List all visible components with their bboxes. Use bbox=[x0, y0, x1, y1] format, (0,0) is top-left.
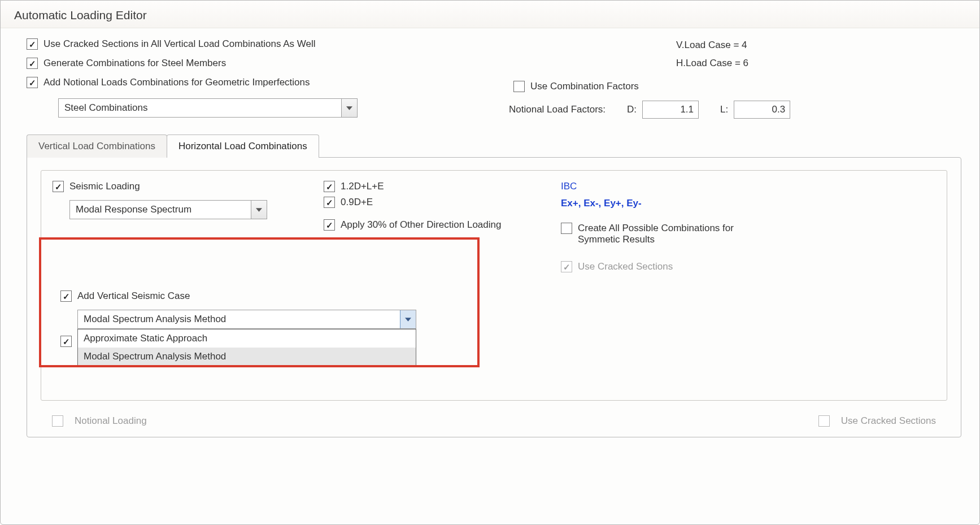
combinations-select-value: Steel Combinations bbox=[59, 102, 341, 114]
checkbox-combo-09de[interactable] bbox=[324, 197, 335, 208]
option-modal-spectrum-label: Modal Spectrum Analysis Method bbox=[84, 351, 226, 362]
label-notional-use-cracked: Use Cracked Sections bbox=[841, 415, 936, 427]
automatic-loading-editor-window: Automatic Loading Editor Use Cracked Sec… bbox=[0, 0, 980, 525]
label-apply-30pct: Apply 30% of Other Direction Loading bbox=[341, 219, 501, 231]
label-combo-09de: 0.9D+E bbox=[341, 197, 373, 208]
label-notional-loading: Notional Loading bbox=[75, 415, 147, 427]
tab-vertical-label: Vertical Load Combinations bbox=[38, 141, 155, 151]
seismic-method-select[interactable]: Modal Response Spectrum bbox=[69, 200, 267, 219]
label-generate-steel-combinations: Generate Combinations for Steel Members bbox=[43, 58, 226, 69]
horizontal-combinations-panel: Seismic Loading Modal Response Spectrum bbox=[27, 157, 961, 437]
d-factor-input[interactable]: 1.1 bbox=[642, 101, 699, 119]
seismic-directions-label: Ex+, Ex-, Ey+, Ey- bbox=[561, 198, 642, 209]
checkbox-use-combination-factors[interactable] bbox=[513, 81, 525, 92]
chevron-down-icon[interactable] bbox=[400, 310, 416, 328]
vertical-seismic-method-select[interactable]: Modal Spectrum Analysis Method bbox=[77, 310, 416, 329]
l-factor-input[interactable]: 0.3 bbox=[734, 101, 790, 119]
seismic-method-value: Modal Response Spectrum bbox=[70, 204, 251, 215]
label-create-all-combinations: Create All Possible Combinations for Sym… bbox=[578, 223, 764, 245]
option-approximate-static[interactable]: Approximate Static Approach bbox=[78, 329, 416, 348]
window-title: Automatic Loading Editor bbox=[14, 8, 147, 21]
vertical-seismic-method-dropdown: Approximate Static Approach Modal Spectr… bbox=[77, 329, 416, 366]
checkbox-apply-30pct[interactable] bbox=[324, 219, 335, 231]
seismic-loading-group: Seismic Loading Modal Response Spectrum bbox=[41, 170, 947, 401]
chevron-down-icon[interactable] bbox=[341, 99, 357, 117]
option-approximate-static-label: Approximate Static Approach bbox=[84, 333, 207, 344]
seismic-code-label: IBC bbox=[561, 181, 577, 192]
v-load-case-text: V.Load Case = 4 bbox=[676, 40, 961, 51]
checkbox-notional-loading bbox=[52, 415, 63, 427]
vertical-seismic-method-value: Modal Spectrum Analysis Method bbox=[78, 314, 400, 325]
tab-vertical-combinations[interactable]: Vertical Load Combinations bbox=[27, 134, 167, 158]
window-title-bar: Automatic Loading Editor bbox=[1, 1, 979, 28]
top-options-row: Use Cracked Sections in All Vertical Loa… bbox=[27, 38, 961, 96]
checkbox-notional-loads[interactable] bbox=[27, 77, 38, 88]
label-seismic-loading: Seismic Loading bbox=[69, 181, 140, 192]
label-add-vertical-seismic: Add Vertical Seismic Case bbox=[77, 290, 190, 302]
label-combo-12dle: 1.2D+L+E bbox=[341, 181, 384, 192]
option-modal-spectrum[interactable]: Modal Spectrum Analysis Method bbox=[78, 348, 416, 366]
checkbox-add-vertical-seismic[interactable] bbox=[60, 290, 72, 302]
checkbox-seismic-loading[interactable] bbox=[53, 181, 64, 192]
label-use-combination-factors: Use Combination Factors bbox=[530, 81, 639, 92]
tab-horizontal-combinations[interactable]: Horizontal Load Combinations bbox=[167, 134, 319, 158]
l-factor-label: L: bbox=[720, 104, 728, 115]
chevron-down-icon[interactable] bbox=[251, 201, 267, 219]
label-seismic-use-cracked: Use Cracked Sections bbox=[578, 261, 673, 272]
load-combination-tabs: Vertical Load Combinations Horizontal Lo… bbox=[27, 134, 961, 158]
label-notional-loads: Add Notional Loads Combinations for Geom… bbox=[43, 77, 310, 88]
notional-factors-label: Notional Load Factors: bbox=[509, 104, 606, 115]
notional-loading-row: Notional Loading Use Cracked Sections bbox=[41, 411, 947, 427]
checkbox-cracked-sections-vertical[interactable] bbox=[27, 38, 38, 50]
combinations-select[interactable]: Steel Combinations bbox=[58, 98, 358, 118]
checkbox-notional-use-cracked bbox=[818, 415, 830, 427]
notional-load-factors: Notional Load Factors: D: 1.1 L: 0.3 bbox=[509, 101, 961, 119]
checkbox-seismic-use-cracked bbox=[561, 261, 572, 272]
top-left-column: Use Cracked Sections in All Vertical Loa… bbox=[27, 38, 507, 96]
editor-content: Use Cracked Sections in All Vertical Loa… bbox=[1, 28, 979, 443]
checkbox-vertical-seismic-extra[interactable] bbox=[60, 336, 72, 347]
checkbox-combo-12dle[interactable] bbox=[324, 181, 335, 192]
d-factor-label: D: bbox=[627, 104, 637, 115]
top-right-column: V.Load Case = 4 H.Load Case = 6 bbox=[507, 38, 961, 76]
label-cracked-sections-vertical: Use Cracked Sections in All Vertical Loa… bbox=[43, 38, 316, 50]
checkbox-create-all-combinations[interactable] bbox=[561, 223, 572, 234]
checkbox-generate-steel-combinations[interactable] bbox=[27, 58, 38, 69]
h-load-case-text: H.Load Case = 6 bbox=[676, 58, 961, 69]
tab-horizontal-label: Horizontal Load Combinations bbox=[178, 141, 307, 151]
load-case-info: V.Load Case = 4 H.Load Case = 6 bbox=[676, 40, 961, 69]
